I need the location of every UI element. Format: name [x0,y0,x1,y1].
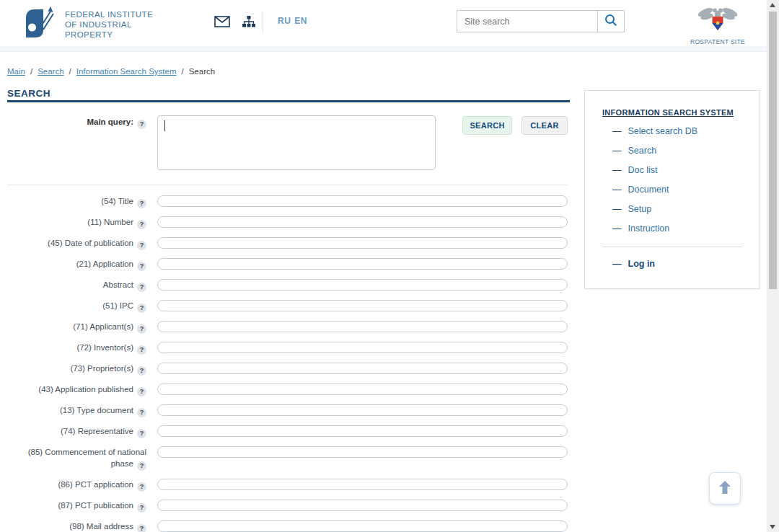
field-input[interactable] [157,446,568,458]
help-icon[interactable]: ? [137,524,146,532]
rospatent-site-link[interactable]: ROSPATENT SITE [687,6,748,45]
field-input[interactable] [157,363,568,374]
vertical-scrollbar[interactable] [767,0,779,532]
breadcrumb-current: Search [189,67,215,76]
sidebar-item[interactable]: —Select search DB [602,126,742,136]
clear-button[interactable]: CLEAR [521,116,568,135]
field-input[interactable] [157,321,568,332]
field-label: (13) Type document? [7,404,146,417]
mail-icon[interactable] [214,16,230,27]
help-icon[interactable]: ? [137,262,146,271]
help-icon[interactable]: ? [137,199,146,208]
field-label: (73) Proprietor(s)? [7,363,146,376]
field-label: (11) Number? [7,216,146,229]
sitemap-icon[interactable] [242,16,255,27]
sidebar-item-login[interactable]: —Log in [602,259,742,269]
help-icon[interactable]: ? [137,345,146,355]
sidebar-item[interactable]: —Document [602,185,742,195]
field-label: (98) Mail address? [7,520,146,532]
field-label: (71) Applicant(s)? [7,321,146,334]
field-input[interactable] [157,195,568,207]
breadcrumb-link[interactable]: Main [7,67,25,76]
main-query-textarea[interactable] [157,115,436,170]
up-arrow-icon [716,479,734,499]
search-button[interactable]: SEARCH [462,116,512,135]
field-label: (86) PCT application? [7,479,146,492]
sidebar-item[interactable]: —Doc list [602,165,742,175]
dash: — [612,146,622,156]
field-input[interactable] [157,520,568,532]
lang-ru-link[interactable]: RU [278,16,291,26]
dash: — [612,223,622,234]
fields-list: (54) Title?(11) Number?(45) Date of publ… [7,195,568,532]
sidebar-title: INFORMATION SEARCH SYSTEM [602,108,742,117]
help-icon[interactable]: ? [137,120,146,129]
field-input[interactable] [157,425,568,437]
field-input[interactable] [157,500,568,511]
help-icon[interactable]: ? [137,283,146,292]
field-row: (54) Title? [7,195,568,208]
field-row: (45) Date of publication? [7,237,568,250]
site-search-button[interactable] [597,11,624,32]
fips-logo-icon [24,6,56,43]
site-search-input[interactable] [457,11,597,32]
scrollbar-down-arrow[interactable] [770,525,775,529]
help-icon[interactable]: ? [137,241,146,250]
field-input[interactable] [157,216,568,228]
field-input[interactable] [157,384,568,395]
field-input[interactable] [157,279,568,291]
help-icon[interactable]: ? [137,503,146,513]
help-icon[interactable]: ? [137,482,146,492]
field-label: (72) Inventor(s)? [7,342,146,355]
header-band [0,46,767,52]
lang-en-link[interactable]: EN [294,16,307,26]
help-icon[interactable]: ? [137,324,146,334]
field-input[interactable] [157,237,568,249]
field-row: (87) PCT publication? [7,500,568,513]
sidebar-item[interactable]: —Instruction [602,223,742,234]
help-icon[interactable]: ? [137,461,146,471]
help-icon[interactable]: ? [137,429,146,438]
site-search [457,10,625,32]
breadcrumb-link[interactable]: Search [38,67,63,76]
breadcrumb: Main/Search/Information Search System/Se… [7,67,215,76]
field-label: (87) PCT publication? [7,500,146,513]
help-icon[interactable]: ? [137,387,146,396]
field-input[interactable] [157,258,568,270]
breadcrumb-link[interactable]: Information Search System [76,67,177,76]
field-row: (85) Commencement of national phase? [7,446,568,471]
field-input[interactable] [157,300,568,311]
sidebar-list: —Select search DB—Search—Doc list—Docume… [602,126,742,234]
main-query-label: Main query:? [7,118,146,129]
header: FEDERAL INSTITUTE OF INDUSTRIAL PROPERTY… [0,0,767,46]
rospatent-eagle-icon [697,25,739,37]
field-label: (51) IPC? [7,300,146,313]
sidebar-item[interactable]: —Search [602,146,742,156]
field-input[interactable] [157,342,568,353]
text-caret [164,120,165,131]
help-icon[interactable]: ? [137,366,146,376]
page-title: SEARCH [7,88,50,99]
help-icon[interactable]: ? [137,303,146,313]
sidebar: INFORMATION SEARCH SYSTEM —Select search… [584,90,760,289]
scroll-to-top-button[interactable] [709,472,741,505]
sidebar-item[interactable]: —Setup [602,204,742,214]
field-label: (21) Application? [7,258,146,271]
field-input[interactable] [157,404,568,416]
search-icon [604,14,617,30]
dash: — [612,204,622,214]
field-input[interactable] [157,479,568,490]
header-divider [263,11,263,32]
help-icon[interactable]: ? [137,408,146,417]
field-label: (74) Representative? [7,425,146,438]
field-row: (43) Application published? [7,384,568,396]
help-icon[interactable]: ? [137,220,146,229]
scrollbar-up-arrow[interactable] [770,3,775,7]
scrollbar-thumb[interactable] [769,12,777,289]
field-row: (71) Applicant(s)? [7,321,568,334]
dash: — [612,185,622,195]
dash: — [612,259,622,269]
fips-logo[interactable]: FEDERAL INSTITUTE OF INDUSTRIAL PROPERTY [24,6,153,43]
field-row: (21) Application? [7,258,568,271]
field-row: (13) Type document? [7,404,568,417]
